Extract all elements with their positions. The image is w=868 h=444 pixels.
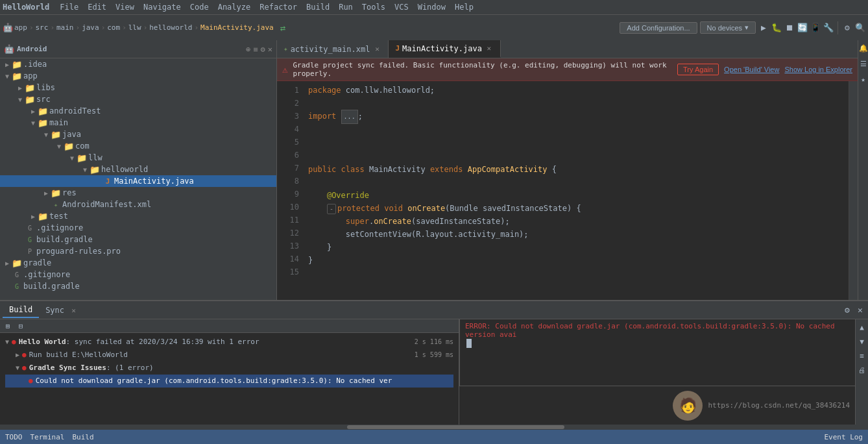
tree-item-gitignore-root[interactable]: G .gitignore bbox=[0, 269, 276, 280]
tree-item-main[interactable]: ▼ 📁 main bbox=[0, 117, 276, 129]
tree-item-helloworld[interactable]: ▼ 📁 helloworld bbox=[0, 164, 276, 175]
log-entry-2[interactable]: ▶ ● Run build E:\HelloWorld 1 s 599 ms bbox=[5, 349, 453, 362]
bottom-scrollbar[interactable] bbox=[0, 425, 868, 430]
breadcrumb-file[interactable]: MainActivity.java bbox=[200, 23, 274, 32]
tree-item-idea[interactable]: ▶ 📁 .idea bbox=[0, 58, 276, 70]
menu-window[interactable]: Window bbox=[414, 1, 450, 13]
try-again-button[interactable]: Try Again bbox=[677, 64, 719, 75]
print-icon[interactable]: 🖨 bbox=[857, 365, 867, 375]
collapse-all-icon[interactable]: ⊟ bbox=[16, 321, 26, 331]
sdk-icon[interactable]: 🔧 bbox=[823, 23, 834, 33]
tab-close-main[interactable]: ✕ bbox=[485, 44, 494, 53]
tree-label: llw bbox=[88, 153, 102, 162]
menu-tools[interactable]: Tools bbox=[358, 1, 389, 13]
settings-icon[interactable]: ⚙ bbox=[842, 23, 852, 33]
terminal-button[interactable]: Terminal bbox=[30, 433, 65, 441]
tree-item-llw[interactable]: ▼ 📁 llw bbox=[0, 152, 276, 164]
event-log-button[interactable]: Event Log bbox=[824, 433, 863, 441]
menu-code[interactable]: Code bbox=[186, 1, 213, 13]
pro-file-icon: P bbox=[25, 246, 35, 256]
breadcrumb-llw[interactable]: llw bbox=[128, 23, 141, 32]
tab-close-activity[interactable]: ✕ bbox=[372, 45, 381, 54]
no-devices-button[interactable]: No devices ▾ bbox=[700, 21, 756, 34]
tree-item-java[interactable]: ▼ 📁 java bbox=[0, 129, 276, 140]
tree-item-proguard[interactable]: P proguard-rules.pro bbox=[0, 245, 276, 257]
tree-item-test[interactable]: ▶ 📁 test bbox=[0, 210, 276, 222]
tree-item-res[interactable]: ▶ 📁 res bbox=[0, 187, 276, 199]
hide-sidebar-icon[interactable]: ✕ bbox=[268, 45, 272, 54]
breadcrumb-helloworld[interactable]: helloworld bbox=[149, 23, 192, 32]
menu-view[interactable]: View bbox=[112, 1, 138, 13]
expand-all-icon[interactable]: ⊞ bbox=[3, 321, 13, 331]
collapse-icon[interactable]: ≡ bbox=[253, 45, 258, 54]
word-wrap-icon[interactable]: ≡ bbox=[857, 351, 867, 361]
build-button[interactable]: Build bbox=[72, 433, 93, 441]
menu-help[interactable]: Help bbox=[451, 1, 477, 13]
menu-navigate[interactable]: Navigate bbox=[139, 1, 185, 13]
breadcrumb-src[interactable]: src bbox=[36, 23, 49, 32]
bottom-tab-build[interactable]: Build bbox=[3, 302, 39, 318]
breadcrumb-main[interactable]: main bbox=[56, 23, 74, 32]
expand-icon[interactable]: ▶ bbox=[16, 349, 19, 361]
toolbar: 🤖 app › src › main › java › com › llw › … bbox=[0, 14, 868, 40]
sync-project-icon[interactable]: 🔄 bbox=[797, 23, 808, 33]
tree-item-buildgradle-root[interactable]: G build.gradle bbox=[0, 280, 276, 292]
menu-edit[interactable]: Edit bbox=[84, 1, 110, 13]
scrollbar-thumb[interactable] bbox=[347, 425, 564, 429]
run-icon[interactable]: ▶ bbox=[758, 23, 769, 33]
git-file-icon: G bbox=[12, 269, 22, 280]
breadcrumb-com[interactable]: com bbox=[107, 23, 120, 32]
code-editor[interactable]: 1 2 3 4 5 6 7 8 9 10 11 12 13 14 15 pack… bbox=[277, 81, 858, 300]
scope-icon[interactable]: ⊕ bbox=[246, 45, 250, 54]
open-build-button[interactable]: Open 'Build' View bbox=[724, 66, 779, 73]
debug-icon[interactable]: 🐛 bbox=[771, 23, 782, 33]
tree-item-libs[interactable]: ▶ 📁 libs bbox=[0, 82, 276, 93]
tree-item-com[interactable]: ▼ 📁 com bbox=[0, 140, 276, 152]
tree-item-app[interactable]: ▼ 📁 app bbox=[0, 70, 276, 82]
add-configuration-button[interactable]: Add Configuration... bbox=[620, 22, 697, 34]
breadcrumb-app[interactable]: app bbox=[14, 23, 27, 32]
log-entry-3[interactable]: ▼ ● Gradle Sync Issues: (1 error) bbox=[5, 362, 453, 375]
todo-button[interactable]: TODO bbox=[5, 433, 23, 441]
favorites-icon[interactable]: ★ bbox=[858, 74, 869, 84]
scroll-up-icon[interactable]: ▲ bbox=[857, 322, 867, 332]
scroll-down-icon[interactable]: ▼ bbox=[857, 336, 867, 347]
avd-icon[interactable]: 📱 bbox=[810, 23, 821, 33]
tree-item-src[interactable]: ▼ 📁 src bbox=[0, 93, 276, 105]
tree-item-gradle[interactable]: ▶ 📁 gradle bbox=[0, 257, 276, 269]
tab-mainactivity[interactable]: J MainActivity.java ✕ bbox=[389, 40, 500, 58]
bottom-tabs: Build Sync ✕ ⚙ ✕ bbox=[0, 301, 868, 319]
app-title: HelloWorld bbox=[3, 3, 49, 12]
bottom-close-icon[interactable]: ✕ bbox=[855, 305, 865, 315]
bottom-tab-sync[interactable]: Sync ✕ bbox=[39, 303, 82, 317]
menu-build[interactable]: Build bbox=[302, 1, 333, 13]
menu-vcs[interactable]: VCS bbox=[391, 1, 413, 13]
sidebar-settings-icon[interactable]: ⚙ bbox=[261, 45, 265, 54]
menu-refactor[interactable]: Refactor bbox=[256, 1, 301, 13]
menu-file[interactable]: File bbox=[56, 1, 82, 13]
search-everywhere-icon[interactable]: 🔍 bbox=[855, 23, 865, 33]
stop-icon[interactable]: ⏹ bbox=[784, 23, 795, 33]
notifications-icon[interactable]: 🔔 bbox=[858, 43, 869, 53]
tree-item-gitignore-app[interactable]: G .gitignore bbox=[0, 222, 276, 234]
bottom-settings-icon[interactable]: ⚙ bbox=[842, 305, 852, 315]
build-output: ERROR: Could not download gradle.jar (co… bbox=[459, 319, 855, 386]
code-line-6 bbox=[308, 150, 849, 163]
tree-item-mainactivity[interactable]: J MainActivity.java bbox=[0, 175, 276, 187]
structure-icon[interactable]: ☰ bbox=[858, 58, 869, 69]
tree-item-buildgradle-app[interactable]: G build.gradle bbox=[0, 234, 276, 245]
expand-icon[interactable]: ▼ bbox=[5, 336, 9, 348]
expand-icon[interactable]: ▼ bbox=[16, 362, 19, 374]
sync-tab-close[interactable]: ✕ bbox=[71, 306, 76, 315]
tree-item-androidmanifest[interactable]: ✦ AndroidManifest.xml bbox=[0, 199, 276, 210]
log-entry-1[interactable]: ▼ ● Hello World: sync failed at 2020/3/2… bbox=[5, 336, 453, 349]
tree-item-androidtest[interactable]: ▶ 📁 androidTest bbox=[0, 105, 276, 117]
log-entry-4[interactable]: ● Could not download gradle.jar (com.and… bbox=[5, 375, 453, 388]
tab-activity-main[interactable]: ✦ activity_main.xml ✕ bbox=[277, 40, 389, 58]
breadcrumb-java[interactable]: java bbox=[82, 23, 99, 32]
show-log-button[interactable]: Show Log in Explorer bbox=[784, 66, 852, 73]
menu-run[interactable]: Run bbox=[335, 1, 357, 13]
log-toolbar: ⊞ ⊟ bbox=[0, 319, 459, 333]
code-content[interactable]: package com.llw.helloworld; import ...; … bbox=[303, 81, 849, 300]
menu-analyze[interactable]: Analyze bbox=[214, 1, 255, 13]
